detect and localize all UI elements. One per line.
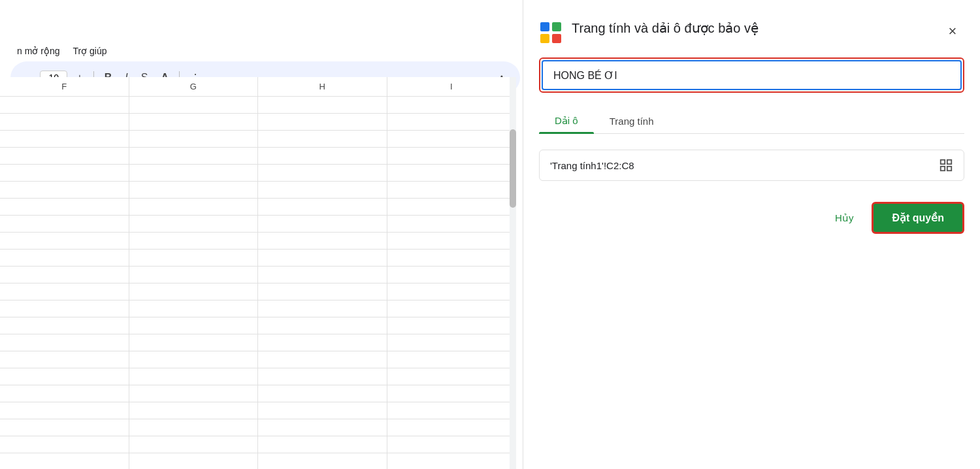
- grid-cell[interactable]: [0, 419, 129, 436]
- grid-cell[interactable]: [258, 165, 387, 181]
- grid-cell[interactable]: [129, 199, 259, 215]
- grid-cell[interactable]: [129, 334, 259, 351]
- grid-cell[interactable]: [129, 97, 259, 113]
- grid-cell[interactable]: [0, 402, 129, 419]
- protection-name-input[interactable]: [542, 60, 962, 90]
- grid-cell[interactable]: [258, 334, 387, 351]
- grid-cell[interactable]: [129, 114, 259, 130]
- grid-cell[interactable]: [387, 368, 517, 385]
- grid-cell[interactable]: [258, 283, 387, 300]
- grid-cell[interactable]: [129, 165, 259, 181]
- grid-cell[interactable]: [258, 199, 387, 215]
- grid-cell[interactable]: [387, 283, 517, 300]
- grid-cell[interactable]: [387, 199, 517, 215]
- grid-cell[interactable]: [129, 283, 259, 300]
- grid-cell[interactable]: [129, 453, 259, 469]
- grid-cell[interactable]: [129, 182, 259, 198]
- table-row[interactable]: [0, 368, 516, 385]
- table-row[interactable]: [0, 216, 516, 233]
- grid-cell[interactable]: [0, 368, 129, 385]
- grid-cell[interactable]: [0, 317, 129, 334]
- grid-cell[interactable]: [387, 233, 517, 249]
- grid-cell[interactable]: [258, 317, 387, 334]
- table-row[interactable]: [0, 419, 516, 436]
- grid-cell[interactable]: [129, 250, 259, 266]
- grid-cell[interactable]: [0, 453, 129, 469]
- grid-cell[interactable]: [387, 182, 517, 198]
- grid-cell[interactable]: [0, 199, 129, 215]
- table-row[interactable]: [0, 300, 516, 317]
- grid-cell[interactable]: [0, 233, 129, 249]
- grid-cell[interactable]: [387, 453, 517, 469]
- table-row[interactable]: [0, 199, 516, 216]
- grid-cell[interactable]: [387, 250, 517, 266]
- grid-cell[interactable]: [258, 97, 387, 113]
- grid-cell[interactable]: [258, 148, 387, 164]
- grid-cell[interactable]: [129, 351, 259, 368]
- table-row[interactable]: [0, 148, 516, 165]
- grid-cell[interactable]: [129, 131, 259, 147]
- grid-cell[interactable]: [387, 317, 517, 334]
- table-row[interactable]: [0, 97, 516, 114]
- grid-cell[interactable]: [129, 436, 259, 453]
- table-row[interactable]: [0, 114, 516, 131]
- grid-cell[interactable]: [0, 148, 129, 164]
- grid-cell[interactable]: [387, 131, 517, 147]
- table-row[interactable]: [0, 402, 516, 419]
- grid-cell[interactable]: [0, 165, 129, 181]
- grid-cell[interactable]: [129, 300, 259, 317]
- grid-cell[interactable]: [129, 385, 259, 402]
- grid-cell[interactable]: [258, 267, 387, 283]
- grid-cell[interactable]: [258, 402, 387, 419]
- tab-range[interactable]: Dải ô: [539, 108, 594, 133]
- grid-cell[interactable]: [387, 165, 517, 181]
- grid-cell[interactable]: [129, 317, 259, 334]
- grid-cell[interactable]: [387, 402, 517, 419]
- table-row[interactable]: [0, 250, 516, 267]
- scrollbar-thumb[interactable]: [510, 129, 516, 208]
- tab-sheet[interactable]: Trang tính: [594, 108, 670, 133]
- table-row[interactable]: [0, 131, 516, 148]
- table-row[interactable]: [0, 317, 516, 334]
- grid-cell[interactable]: [258, 453, 387, 469]
- grid-cell[interactable]: [129, 148, 259, 164]
- grid-cell[interactable]: [387, 267, 517, 283]
- grid-cell[interactable]: [129, 216, 259, 232]
- grid-cell[interactable]: [129, 233, 259, 249]
- table-row[interactable]: [0, 182, 516, 199]
- table-row[interactable]: [0, 436, 516, 453]
- grid-cell[interactable]: [129, 267, 259, 283]
- grid-cell[interactable]: [258, 436, 387, 453]
- grid-cell[interactable]: [258, 419, 387, 436]
- grid-cell[interactable]: [258, 385, 387, 402]
- table-row[interactable]: [0, 165, 516, 182]
- grid-cell[interactable]: [258, 351, 387, 368]
- menu-item-help[interactable]: Trợ giúp: [66, 42, 113, 60]
- grid-cell[interactable]: [0, 250, 129, 266]
- table-row[interactable]: [0, 351, 516, 368]
- menu-item-expand[interactable]: n mở rộng: [10, 42, 66, 60]
- grid-cell[interactable]: [387, 216, 517, 232]
- grid-cell[interactable]: [258, 182, 387, 198]
- grid-cell[interactable]: [258, 300, 387, 317]
- range-grid-select-button[interactable]: [939, 158, 953, 172]
- grid-cell[interactable]: [387, 385, 517, 402]
- grid-cell[interactable]: [258, 250, 387, 266]
- grid-cell[interactable]: [387, 148, 517, 164]
- grid-cell[interactable]: [258, 216, 387, 232]
- grid-cell[interactable]: [258, 368, 387, 385]
- grid-cell[interactable]: [258, 233, 387, 249]
- grid-cell[interactable]: [258, 114, 387, 130]
- table-row[interactable]: [0, 267, 516, 283]
- grid-cell[interactable]: [258, 131, 387, 147]
- cancel-button[interactable]: Hủy: [825, 206, 864, 231]
- grid-cell[interactable]: [387, 419, 517, 436]
- table-row[interactable]: [0, 453, 516, 469]
- table-row[interactable]: [0, 385, 516, 402]
- confirm-button[interactable]: Đặt quyền: [872, 202, 964, 234]
- grid-cell[interactable]: [0, 216, 129, 232]
- grid-cell[interactable]: [129, 402, 259, 419]
- grid-cell[interactable]: [129, 419, 259, 436]
- grid-cell[interactable]: [0, 114, 129, 130]
- grid-cell[interactable]: [0, 385, 129, 402]
